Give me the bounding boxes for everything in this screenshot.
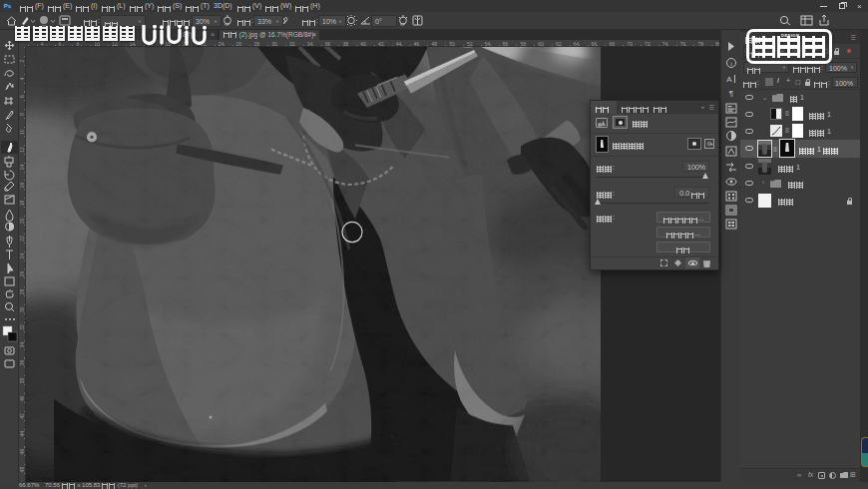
svg-text:¶: ¶ (729, 89, 733, 98)
svg-text:i: i (730, 61, 732, 67)
svg-text:A: A (726, 75, 732, 84)
